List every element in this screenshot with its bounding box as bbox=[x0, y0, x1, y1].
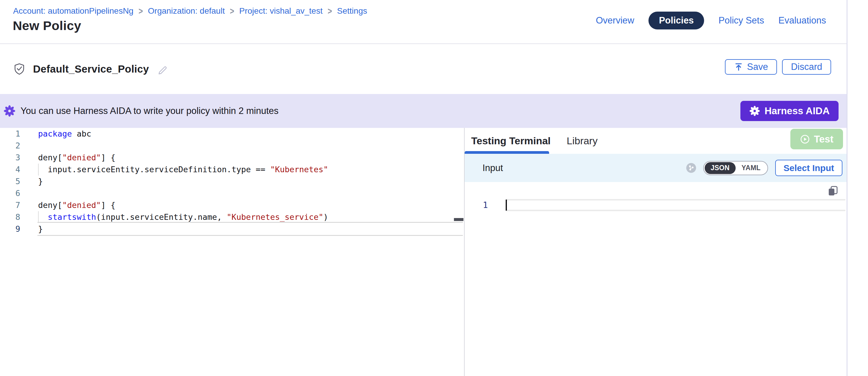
terminal-tabs-list: Testing TerminalLibrary bbox=[471, 135, 614, 147]
harness-aida-button[interactable]: Harness AIDA bbox=[740, 101, 839, 121]
code-lines[interactable]: 1package abc23deny["denied"] {4 input.se… bbox=[0, 128, 463, 235]
content: Account: automationPipelinesNg>Organizat… bbox=[0, 0, 847, 376]
aida-banner-message: You can use Harness AIDA to write your p… bbox=[21, 105, 278, 116]
tab-overview[interactable]: Overview bbox=[596, 15, 634, 26]
breadcrumb: Account: automationPipelinesNg>Organizat… bbox=[13, 6, 367, 16]
main: 1package abc23deny["denied"] {4 input.se… bbox=[0, 128, 846, 376]
tab-testing-terminal[interactable]: Testing Terminal bbox=[471, 135, 551, 147]
input-bar-controls: JSONYAML Select Input bbox=[686, 160, 842, 176]
line-number: 1 bbox=[0, 128, 20, 140]
save-label: Save bbox=[747, 62, 768, 72]
play-icon bbox=[800, 134, 810, 144]
breadcrumb-separator-icon: > bbox=[230, 6, 235, 17]
code-text: } bbox=[38, 176, 43, 187]
line-number: 8 bbox=[0, 211, 20, 223]
code-text: deny["denied"] { bbox=[38, 152, 116, 164]
line-number: 5 bbox=[0, 176, 20, 187]
line-number: 6 bbox=[0, 187, 20, 199]
code-text: input.serviceEntity.serviceDefinition.ty… bbox=[38, 164, 328, 176]
line-number: 7 bbox=[0, 199, 20, 211]
testing-terminal-pane: Testing TerminalLibrary Test Input bbox=[465, 128, 846, 376]
text-cursor bbox=[506, 199, 507, 211]
code-line[interactable]: 2 bbox=[0, 140, 463, 152]
aida-flower-icon bbox=[4, 105, 16, 117]
edit-pencil-icon[interactable] bbox=[157, 63, 168, 75]
code-line[interactable]: 9} bbox=[0, 223, 463, 235]
select-input-button[interactable]: Select Input bbox=[775, 160, 842, 176]
aida-button-flower-icon bbox=[749, 105, 760, 116]
input-editor[interactable]: 1 bbox=[465, 182, 846, 376]
tab-evaluations[interactable]: Evaluations bbox=[778, 15, 826, 26]
test-button[interactable]: Test bbox=[790, 129, 843, 149]
code-line[interactable]: 3deny["denied"] { bbox=[0, 152, 463, 164]
action-buttons: Save Discard bbox=[725, 59, 831, 75]
tab-policies[interactable]: Policies bbox=[648, 11, 704, 29]
line-number: 9 bbox=[0, 223, 20, 235]
toolbar: Default_Service_Policy bbox=[0, 44, 846, 94]
top-header: Account: automationPipelinesNg>Organizat… bbox=[0, 0, 846, 44]
line-number: 3 bbox=[0, 152, 20, 164]
input-line-number: 1 bbox=[476, 199, 488, 211]
breadcrumb-separator-icon: > bbox=[138, 6, 143, 17]
terminal-tabs: Testing TerminalLibrary Test bbox=[465, 128, 846, 154]
input-bar: Input JSONYAML Select Input bbox=[465, 154, 846, 182]
policy-name-group: Default_Service_Policy bbox=[13, 44, 168, 94]
discard-label: Discard bbox=[791, 62, 822, 72]
aida-button-label: Harness AIDA bbox=[765, 105, 830, 117]
prettify-icon[interactable] bbox=[686, 163, 696, 173]
code-text: startswith(input.serviceEntity.name, "Ku… bbox=[38, 211, 328, 223]
breadcrumb-separator-icon: > bbox=[328, 6, 332, 17]
code-line[interactable]: 5} bbox=[0, 176, 463, 187]
breadcrumb-item[interactable]: Project: vishal_av_test bbox=[239, 6, 322, 16]
test-button-label: Test bbox=[814, 133, 833, 145]
json-yaml-toggle[interactable]: JSONYAML bbox=[703, 161, 768, 175]
breadcrumb-item[interactable]: Settings bbox=[337, 6, 367, 16]
line-number: 4 bbox=[0, 164, 20, 176]
tab-library[interactable]: Library bbox=[567, 135, 598, 147]
copy-icon[interactable] bbox=[828, 186, 838, 196]
page-title: New Policy bbox=[13, 19, 81, 33]
code-text: package abc bbox=[38, 128, 91, 140]
code-line[interactable]: 8 startswith(input.serviceEntity.name, "… bbox=[0, 211, 463, 223]
policy-name: Default_Service_Policy bbox=[33, 63, 149, 75]
upload-icon bbox=[734, 62, 743, 72]
input-label: Input bbox=[483, 163, 503, 174]
toggle-option-json[interactable]: JSON bbox=[705, 162, 736, 174]
code-text: } bbox=[38, 223, 43, 235]
overview-ruler-cursor-mark bbox=[454, 218, 463, 221]
policy-code-editor[interactable]: 1package abc23deny["denied"] {4 input.se… bbox=[0, 128, 465, 376]
discard-button[interactable]: Discard bbox=[782, 59, 831, 75]
page: Account: automationPipelinesNg>Organizat… bbox=[0, 0, 868, 376]
save-button[interactable]: Save bbox=[725, 59, 777, 75]
shield-check-icon bbox=[13, 63, 25, 75]
code-line[interactable]: 1package abc bbox=[0, 128, 463, 140]
code-line[interactable]: 6 bbox=[0, 187, 463, 199]
line-number: 2 bbox=[0, 140, 20, 152]
breadcrumb-item[interactable]: Account: automationPipelinesNg bbox=[13, 6, 133, 16]
toggle-option-yaml[interactable]: YAML bbox=[736, 162, 767, 174]
top-tabs: OverviewPoliciesPolicy SetsEvaluations bbox=[596, 11, 826, 30]
breadcrumb-item[interactable]: Organization: default bbox=[148, 6, 225, 16]
code-text: deny["denied"] { bbox=[38, 199, 116, 211]
active-tab-underline bbox=[465, 151, 549, 154]
tab-policy-sets[interactable]: Policy Sets bbox=[718, 15, 764, 26]
code-line[interactable]: 7deny["denied"] { bbox=[0, 199, 463, 211]
aida-banner: You can use Harness AIDA to write your p… bbox=[0, 94, 846, 128]
input-current-line[interactable] bbox=[506, 199, 845, 211]
code-line[interactable]: 4 input.serviceEntity.serviceDefinition.… bbox=[0, 164, 463, 176]
